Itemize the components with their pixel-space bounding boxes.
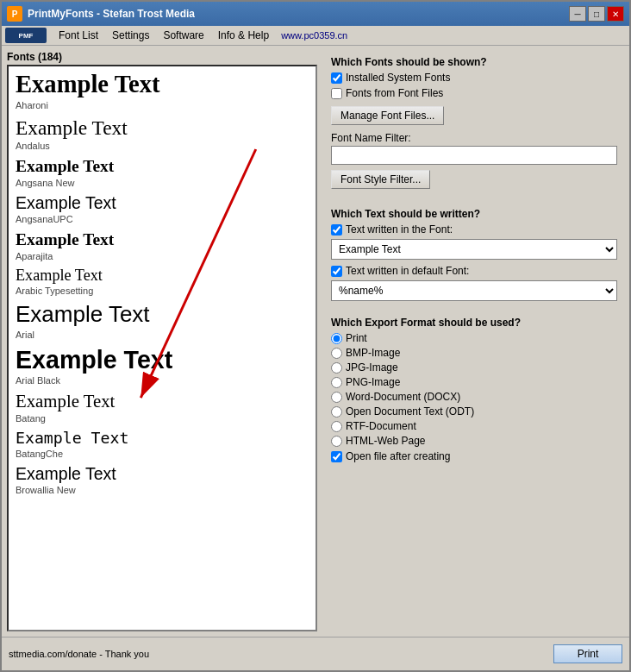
fonts-from-files-row: Fonts from Font Files	[331, 87, 617, 99]
font-style-filter-button[interactable]: Font Style Filter...	[331, 170, 430, 189]
font-sample: Example Text	[16, 70, 309, 99]
font-name: AngsanaUPC	[16, 214, 309, 224]
font-name: Arabic Typesetting	[16, 286, 309, 296]
main-content: Fonts (184) Example Text Aharoni Example…	[2, 46, 629, 637]
export-odt-radio[interactable]	[331, 406, 342, 418]
font-entry-arial[interactable]: Example Text Arial	[9, 298, 316, 341]
font-entry-angsana[interactable]: Example Text Angsana New	[9, 153, 316, 189]
open-file-checkbox[interactable]	[331, 451, 342, 462]
export-docx-radio[interactable]	[331, 392, 342, 403]
fonts-from-files-label: Fonts from Font Files	[346, 87, 443, 99]
font-name: Angsana New	[16, 178, 309, 188]
font-sample: Example Text	[16, 464, 309, 484]
font-name: Batang	[16, 413, 309, 424]
menu-settings[interactable]: Settings	[107, 28, 154, 43]
export-html-radio[interactable]	[331, 436, 342, 447]
menu-software[interactable]: Software	[158, 28, 209, 43]
bottom-bar: sttmedia.com/donate - Thank you Print	[2, 637, 629, 670]
font-entry-browallia[interactable]: Example Text Browallia New	[9, 461, 316, 497]
font-sample: Example Text	[16, 229, 309, 249]
minimize-button[interactable]: ─	[569, 6, 586, 22]
which-fonts-section: Which Fonts should be shown? Installed S…	[324, 51, 624, 198]
which-export-title: Which Export Format should be used?	[331, 317, 617, 329]
open-file-row: Open file after creating	[331, 450, 617, 462]
website-label: www.pc0359.cn	[281, 30, 347, 41]
export-jpg-radio[interactable]	[331, 362, 342, 374]
font-entry-arial-black[interactable]: Example Text Arial Black	[9, 342, 316, 387]
title-bar: P PrintMyFonts - Stefan Trost Media ─ □ …	[2, 2, 629, 26]
open-file-label: Open file after creating	[346, 450, 450, 462]
export-print-label: Print	[346, 332, 367, 344]
font-sample: Example Text	[16, 429, 309, 448]
font-sample: Example Text	[16, 391, 309, 412]
font-entry-arabic[interactable]: Example Text Arabic Typesetting	[9, 263, 316, 298]
font-entry-aparajita[interactable]: Example Text Aparajita	[9, 226, 316, 262]
export-png-radio[interactable]	[331, 377, 342, 388]
font-name: BatangChe	[16, 449, 309, 459]
font-entry-batangche[interactable]: Example Text BatangChe	[9, 425, 316, 461]
font-entry-aharoni[interactable]: Example Text Aharoni	[9, 66, 316, 112]
menu-font-list[interactable]: Font List	[53, 28, 103, 43]
menu-bar: PMF Font List Settings Software Info & H…	[2, 26, 629, 46]
font-list-container[interactable]: Example Text Aharoni Example Text Andalu…	[7, 65, 317, 631]
text-in-default-dropdown[interactable]: %name% Custom	[331, 280, 617, 301]
maximize-button[interactable]: □	[588, 6, 605, 22]
donate-text: sttmedia.com/donate - Thank you	[9, 649, 149, 659]
export-odt-row: Open Document Text (ODT)	[331, 405, 617, 418]
app-icon: P	[7, 6, 22, 22]
export-docx-row: Word-Document (DOCX)	[331, 391, 617, 403]
font-name: Arial	[16, 330, 309, 340]
font-sample: Example Text	[16, 193, 309, 213]
close-button[interactable]: ✕	[607, 6, 624, 22]
export-png-row: PNG-Image	[331, 376, 617, 388]
installed-fonts-checkbox[interactable]	[331, 72, 342, 84]
export-print-radio[interactable]	[331, 333, 342, 344]
font-sample: Example Text	[16, 345, 309, 374]
text-in-font-row: Text written in the Font:	[331, 223, 617, 236]
text-in-default-label: Text written in default Font:	[346, 265, 469, 277]
font-name: Browallia New	[16, 485, 309, 495]
export-html-row: HTML-Web Page	[331, 435, 617, 447]
font-name: Aparajita	[16, 251, 309, 261]
which-export-section: Which Export Format should be used? Prin…	[324, 311, 624, 471]
font-name-filter-input[interactable]	[331, 146, 617, 165]
font-list-panel: Fonts (184) Example Text Aharoni Example…	[7, 51, 317, 631]
font-entry-andalus[interactable]: Example Text Andalus	[9, 112, 316, 153]
export-bmp-label: BMP-Image	[346, 347, 400, 359]
which-text-title: Which Text should be written?	[331, 208, 617, 220]
settings-panel: Which Fonts should be shown? Installed S…	[324, 51, 624, 631]
text-in-font-checkbox[interactable]	[331, 224, 342, 236]
export-rtf-radio[interactable]	[331, 421, 342, 432]
export-jpg-label: JPG-Image	[346, 361, 398, 374]
export-rtf-row: RTF-Document	[331, 420, 617, 432]
font-name: Andalus	[16, 141, 309, 151]
export-bmp-radio[interactable]	[331, 348, 342, 359]
export-bmp-row: BMP-Image	[331, 347, 617, 359]
font-sample: Example Text	[16, 156, 309, 176]
text-in-font-dropdown[interactable]: Example Text Custom Text	[331, 239, 617, 260]
window-title: PrintMyFonts - Stefan Trost Media	[28, 8, 195, 20]
installed-fonts-label: Installed System Fonts	[346, 72, 450, 84]
font-sample: Example Text	[16, 116, 309, 140]
print-button[interactable]: Print	[553, 644, 622, 663]
font-name: Arial Black	[16, 375, 309, 386]
text-in-font-label: Text written in the Font:	[346, 223, 453, 236]
text-in-default-checkbox[interactable]	[331, 266, 342, 277]
export-html-label: HTML-Web Page	[346, 435, 425, 447]
font-sample: Example Text	[16, 301, 309, 328]
export-print-row: Print	[331, 332, 617, 344]
title-bar-left: P PrintMyFonts - Stefan Trost Media	[7, 6, 195, 22]
title-bar-buttons: ─ □ ✕	[569, 6, 624, 22]
font-name: Aharoni	[16, 100, 309, 110]
font-sample: Example Text	[16, 267, 309, 286]
font-entry-batang[interactable]: Example Text Batang	[9, 387, 316, 425]
export-rtf-label: RTF-Document	[346, 420, 416, 432]
main-window: P PrintMyFonts - Stefan Trost Media ─ □ …	[0, 0, 631, 672]
menu-info-help[interactable]: Info & Help	[213, 28, 274, 43]
installed-fonts-row: Installed System Fonts	[331, 72, 617, 84]
font-entry-angsanaupc[interactable]: Example Text AngsanaUPC	[9, 190, 316, 226]
manage-font-files-button[interactable]: Manage Font Files...	[331, 106, 444, 125]
export-docx-label: Word-Document (DOCX)	[346, 391, 460, 403]
fonts-from-files-checkbox[interactable]	[331, 88, 342, 99]
font-count: Fonts (184)	[7, 51, 317, 63]
